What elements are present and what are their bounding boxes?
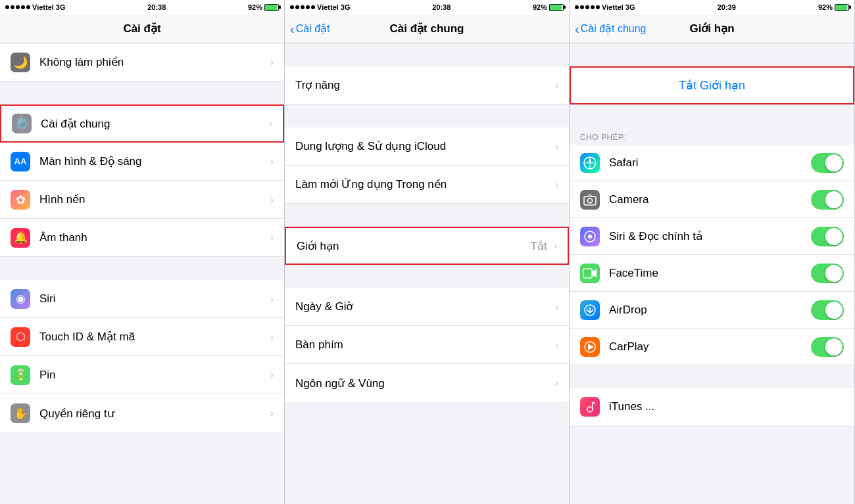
section-gap-p3-1 bbox=[570, 104, 854, 127]
chevron-tro-nang: › bbox=[555, 80, 558, 91]
signal-1 bbox=[5, 5, 30, 9]
svg-point-13 bbox=[587, 407, 593, 412]
list-item-ngay-gio[interactable]: Ngày & Giờ › bbox=[285, 288, 569, 326]
nav-title-3: Giới hạn bbox=[689, 22, 734, 35]
icon-carplay bbox=[580, 337, 600, 357]
label-ngon-ngu: Ngôn ngữ & Vùng bbox=[295, 377, 552, 390]
list-item-camera[interactable]: Camera bbox=[570, 181, 854, 218]
list-item-am-thanh[interactable]: 🔔 Âm thanh › bbox=[0, 219, 284, 257]
status-left-3: Viettel 3G bbox=[575, 3, 635, 11]
icon-khong-lam-phien: 🌙 bbox=[11, 53, 30, 72]
toggle-siri-doc[interactable] bbox=[811, 227, 844, 246]
svg-rect-8 bbox=[583, 269, 592, 278]
icon-siri: ◉ bbox=[11, 289, 30, 309]
list-item-ngon-ngu[interactable]: Ngôn ngữ & Vùng › bbox=[285, 364, 569, 402]
nav-bar-2: ‹ Cài đặt Cài đặt chung bbox=[285, 14, 569, 43]
battery-pct-3: 92% bbox=[818, 3, 833, 11]
icon-safari bbox=[580, 153, 600, 173]
nav-back-3[interactable]: ‹ Cài đặt chung bbox=[575, 22, 647, 35]
network-2: 3G bbox=[341, 3, 351, 11]
icon-siri-doc bbox=[580, 227, 600, 246]
label-hinh-nen: Hình nền bbox=[39, 193, 268, 206]
chevron-cai-dat-chung: › bbox=[269, 118, 272, 129]
label-khong-lam-phien: Không làm phiền bbox=[39, 55, 268, 69]
battery-pct-2: 92% bbox=[533, 3, 547, 11]
carrier-3: Viettel bbox=[602, 3, 623, 11]
toggle-safari[interactable] bbox=[811, 153, 844, 173]
chevron-quyen-rieng-tu: › bbox=[270, 407, 274, 419]
label-airdrop: AirDrop bbox=[609, 304, 811, 317]
icon-am-thanh: 🔔 bbox=[11, 228, 30, 248]
icon-camera bbox=[580, 190, 600, 210]
battery-icon-1 bbox=[264, 4, 279, 11]
list-item-tro-nang[interactable]: Trợ năng › bbox=[285, 66, 569, 104]
section-gap-1 bbox=[0, 81, 284, 104]
icon-airdrop bbox=[580, 300, 600, 320]
list-item-facetime[interactable]: FaceTime bbox=[570, 255, 854, 292]
label-facetime: FaceTime bbox=[609, 267, 811, 280]
chevron-ngay-gio: › bbox=[555, 301, 558, 313]
section-gap-p2-1 bbox=[285, 104, 569, 127]
list-item-dung-luong[interactable]: Dung lượng & Sử dụng iCloud › bbox=[285, 127, 569, 166]
list-item-cai-dat-chung[interactable]: ⚙️ Cài đặt chung › bbox=[0, 104, 284, 143]
list-item-airdrop[interactable]: AirDrop bbox=[570, 292, 854, 329]
section-gap-p3-2 bbox=[570, 365, 854, 388]
chevron-man-hinh: › bbox=[270, 156, 274, 168]
chevron-ban-phim: › bbox=[555, 339, 558, 351]
list-item-quyen-rieng-tu[interactable]: ✋ Quyền riêng tư › bbox=[0, 394, 284, 432]
label-lam-moi: Làm mới Ứng dụng Trong nền bbox=[295, 177, 552, 191]
icon-man-hinh: AA bbox=[11, 152, 30, 172]
icon-touch-id: ⬡ bbox=[11, 327, 30, 347]
nav-bar-1: Cài đặt bbox=[0, 14, 284, 43]
list-item-siri[interactable]: ◉ Siri › bbox=[0, 280, 284, 318]
label-ban-phim: Bàn phím bbox=[295, 338, 552, 352]
battery-icon-3 bbox=[835, 4, 849, 11]
label-quyen-rieng-tu: Quyền riêng tư bbox=[39, 407, 268, 421]
chevron-siri: › bbox=[270, 293, 274, 305]
list-item-carplay[interactable]: CarPlay bbox=[570, 329, 854, 365]
list-item-lam-moi[interactable]: Làm mới Ứng dụng Trong nền › bbox=[285, 166, 569, 204]
label-cai-dat-chung: Cài đặt chung bbox=[41, 117, 266, 131]
list-item-siri-doc[interactable]: Siri & Đọc chính tả bbox=[570, 218, 854, 255]
svg-point-7 bbox=[588, 235, 592, 239]
tat-gioi-han-button[interactable]: Tắt Giới hạn bbox=[570, 66, 854, 104]
toggle-airdrop[interactable] bbox=[811, 300, 844, 320]
icon-itunes bbox=[580, 397, 600, 417]
list-item-khong-lam-phien[interactable]: 🌙 Không làm phiền › bbox=[0, 43, 284, 81]
label-am-thanh: Âm thanh bbox=[39, 231, 268, 244]
svg-marker-9 bbox=[592, 269, 597, 277]
nav-back-2[interactable]: ‹ Cài đặt bbox=[290, 22, 330, 35]
list-item-gioi-han[interactable]: Giới hạn Tắt › bbox=[285, 227, 569, 265]
nav-title-1: Cài đặt bbox=[123, 22, 160, 35]
status-bar-1: Viettel 3G 20:38 92% bbox=[0, 0, 284, 14]
toggle-camera[interactable] bbox=[811, 190, 844, 210]
back-label-2: Cài đặt bbox=[296, 22, 330, 35]
section-gap-p2-top bbox=[285, 43, 569, 66]
list-item-touch-id[interactable]: ⬡ Touch ID & Mật mã › bbox=[0, 318, 284, 356]
list-item-ban-phim[interactable]: Bàn phím › bbox=[285, 326, 569, 364]
chevron-touch-id: › bbox=[270, 331, 274, 343]
icon-pin: 🔋 bbox=[11, 365, 30, 385]
section-gap-p2-2 bbox=[285, 204, 569, 227]
list-item-hinh-nen[interactable]: ✿ Hình nền › bbox=[0, 181, 284, 219]
nav-title-2: Cài đặt chung bbox=[390, 22, 464, 35]
list-item-pin[interactable]: 🔋 Pin › bbox=[0, 356, 284, 394]
label-dung-luong: Dung lượng & Sử dụng iCloud bbox=[295, 139, 552, 153]
label-gioi-han: Giới hạn bbox=[297, 239, 531, 253]
chevron-lam-moi: › bbox=[555, 179, 558, 191]
back-label-3: Cài đặt chung bbox=[581, 22, 647, 35]
status-right-2: 92% bbox=[533, 3, 564, 11]
chevron-khong-lam-phien: › bbox=[270, 57, 274, 68]
label-touch-id: Touch ID & Mật mã bbox=[39, 330, 268, 344]
list-item-itunes-partial[interactable]: iTunes ... bbox=[570, 388, 854, 425]
network-3: 3G bbox=[625, 3, 635, 11]
toggle-facetime[interactable] bbox=[811, 263, 844, 283]
icon-quyen-rieng-tu: ✋ bbox=[11, 403, 30, 423]
list-item-safari[interactable]: Safari bbox=[570, 145, 854, 181]
toggle-carplay[interactable] bbox=[811, 337, 844, 357]
signal-2 bbox=[290, 5, 315, 9]
list-item-man-hinh[interactable]: AA Màn hình & Độ sáng › bbox=[0, 143, 284, 181]
status-right-1: 92% bbox=[248, 3, 279, 11]
label-siri: Siri bbox=[39, 292, 268, 306]
icon-cai-dat-chung: ⚙️ bbox=[12, 114, 32, 133]
